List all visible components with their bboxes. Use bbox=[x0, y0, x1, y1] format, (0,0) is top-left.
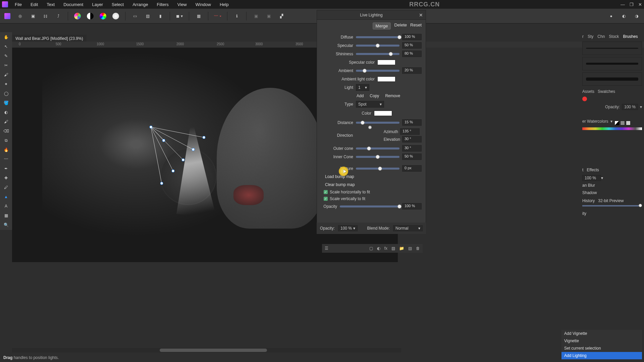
light-origin-handle[interactable] bbox=[150, 126, 153, 129]
brush-preview[interactable] bbox=[582, 72, 642, 86]
list-item[interactable]: Vignette bbox=[561, 337, 642, 345]
document-tab[interactable]: Wall and Bear.JPG [Modified] (23.9%) bbox=[12, 35, 87, 42]
footer-opacity-value[interactable]: 100 %▾ bbox=[338, 225, 358, 231]
mask-icon[interactable]: ▢ bbox=[369, 246, 373, 251]
menu-select[interactable]: Select bbox=[112, 2, 124, 7]
tab-sty[interactable]: Sty bbox=[588, 34, 593, 39]
distance-value[interactable]: 15 % bbox=[402, 119, 422, 126]
list-item[interactable]: Set current selection bbox=[561, 345, 642, 352]
tab-chn[interactable]: Chn bbox=[597, 34, 605, 39]
history-item[interactable]: ity bbox=[582, 210, 642, 217]
shadow-row[interactable]: Shadow bbox=[582, 189, 642, 196]
auto-color-icon[interactable]: 〰 ▾ bbox=[213, 11, 222, 21]
light-handle[interactable] bbox=[203, 136, 206, 139]
type-dropdown[interactable]: Spot▾ bbox=[356, 101, 384, 108]
light-dropdown[interactable]: 1▾ bbox=[356, 84, 369, 91]
opacity-value[interactable]: 100 % bbox=[402, 203, 422, 209]
menu-layer[interactable]: Layer bbox=[92, 2, 103, 7]
selection-cross-icon[interactable]: ▧ bbox=[143, 11, 152, 21]
diffuse-value[interactable]: 100 % bbox=[402, 34, 422, 40]
bw-icon[interactable] bbox=[86, 11, 95, 21]
remove-light-button[interactable]: Remove bbox=[385, 94, 400, 98]
ambient-slider[interactable] bbox=[356, 70, 399, 72]
lock-icon[interactable]: ▤ bbox=[408, 246, 412, 251]
arrange-back-icon[interactable]: ▣ bbox=[251, 11, 261, 21]
adjust-icon[interactable]: ◐ bbox=[377, 246, 380, 251]
outer-cone-value[interactable]: 30 ° bbox=[402, 145, 422, 152]
list-item[interactable]: Add Lighting bbox=[561, 352, 642, 359]
light-handle[interactable] bbox=[162, 139, 165, 142]
inner-cone-value[interactable]: 50 % bbox=[402, 154, 422, 160]
crop-icon[interactable]: ▧ bbox=[391, 246, 395, 251]
shininess-value[interactable]: 80 % bbox=[402, 51, 422, 57]
quick-mask-icon[interactable]: ▮ bbox=[156, 11, 165, 21]
diffuse-slider[interactable] bbox=[356, 36, 399, 38]
move-tool[interactable]: ↖ bbox=[1, 43, 11, 50]
color-format-icon[interactable] bbox=[73, 11, 82, 21]
retouch-tool[interactable]: 🖊 bbox=[1, 184, 11, 191]
layers-icon[interactable]: ☰ bbox=[325, 246, 328, 251]
persona-develop-icon[interactable]: ▣ bbox=[28, 11, 38, 21]
azimuth-value[interactable]: 135 ° bbox=[400, 128, 420, 135]
sync-icon[interactable]: ◐ bbox=[619, 11, 629, 21]
smudge-tool[interactable]: 〰 bbox=[1, 156, 11, 163]
ambient-light-color-swatch[interactable] bbox=[377, 76, 395, 82]
maximize-button[interactable]: ❐ bbox=[630, 2, 634, 7]
scale-h-checkbox[interactable]: ✓ bbox=[324, 190, 328, 194]
tab-stock[interactable]: Stock bbox=[609, 34, 619, 39]
persona-photo-icon[interactable] bbox=[3, 11, 12, 21]
direction-control[interactable] bbox=[358, 124, 381, 147]
menu-document[interactable]: Document bbox=[63, 2, 83, 7]
clone-tool[interactable]: ⧉ bbox=[1, 137, 11, 144]
crop-dropdown-icon[interactable]: ◼ ▾ bbox=[175, 11, 184, 21]
persona-export-icon[interactable]: ⤴ bbox=[54, 11, 63, 21]
tab-effects[interactable]: Effects bbox=[587, 168, 599, 172]
zoom-tool[interactable]: 🔍 bbox=[1, 221, 11, 229]
selection-marquee-icon[interactable]: ▭ bbox=[130, 11, 140, 21]
menu-view[interactable]: View bbox=[177, 2, 187, 7]
light-handle[interactable] bbox=[192, 148, 195, 151]
menu-file[interactable]: File bbox=[15, 2, 22, 7]
scrollbar-thumb[interactable] bbox=[160, 349, 267, 352]
tab-assets[interactable]: Assets bbox=[582, 89, 594, 94]
marquee-tool[interactable]: ◯ bbox=[1, 90, 11, 97]
color-picker-tool[interactable]: ✎ bbox=[1, 52, 11, 60]
menu-filters[interactable]: Filters bbox=[157, 2, 168, 7]
blend-mode-dropdown[interactable]: Normal▾ bbox=[393, 225, 423, 231]
shininess-slider[interactable] bbox=[356, 53, 399, 55]
light-handle[interactable] bbox=[160, 182, 163, 185]
distance-slider[interactable] bbox=[356, 122, 399, 124]
folder-icon[interactable]: 📁 bbox=[399, 246, 404, 251]
menu-edit[interactable]: Edit bbox=[31, 2, 38, 7]
load-bump-button[interactable]: Load bump map bbox=[321, 173, 422, 181]
persona-liquify-icon[interactable]: ◎ bbox=[15, 11, 25, 21]
opacity-slider[interactable] bbox=[340, 205, 399, 207]
crop-tool[interactable]: ✂ bbox=[1, 62, 11, 69]
fx-icon[interactable]: fx bbox=[384, 246, 387, 251]
tab-32bit[interactable]: 32-bit Preview bbox=[598, 198, 624, 203]
merge-button[interactable]: Merge bbox=[373, 22, 391, 29]
trash-icon[interactable]: 🗑 bbox=[416, 246, 420, 251]
history-slider[interactable] bbox=[582, 205, 642, 206]
tab-r[interactable]: r bbox=[582, 34, 584, 39]
menu-help[interactable]: Help bbox=[220, 2, 229, 7]
grid-icon[interactable]: ▦ bbox=[194, 11, 203, 21]
arrange-order-icon[interactable]: ▞ bbox=[277, 11, 286, 21]
clear-bump-button[interactable]: Clear bump map bbox=[321, 181, 422, 189]
texture-value[interactable]: 0 px bbox=[402, 165, 422, 172]
light-handle[interactable] bbox=[182, 159, 185, 162]
heal-tool[interactable]: ✚ bbox=[1, 174, 11, 182]
effect-pct[interactable]: 100 % bbox=[582, 175, 601, 181]
add-light-button[interactable]: Add bbox=[357, 94, 364, 98]
horizontal-scrollbar[interactable] bbox=[12, 348, 401, 353]
arrange-front-icon[interactable]: ▣ bbox=[264, 11, 273, 21]
specular-slider[interactable] bbox=[356, 45, 399, 47]
persona-tone-icon[interactable]: ⫿⫿ bbox=[41, 11, 50, 21]
shape-tool[interactable]: ▲ bbox=[1, 193, 11, 200]
paint-brush-tool[interactable]: 🖌 bbox=[1, 118, 11, 125]
erase-tool[interactable]: ⌫ bbox=[1, 127, 11, 135]
inner-cone-slider[interactable] bbox=[356, 156, 399, 158]
light-handle[interactable] bbox=[172, 170, 175, 173]
texture-slider[interactable] bbox=[356, 168, 399, 170]
menu-text[interactable]: Text bbox=[47, 2, 55, 7]
